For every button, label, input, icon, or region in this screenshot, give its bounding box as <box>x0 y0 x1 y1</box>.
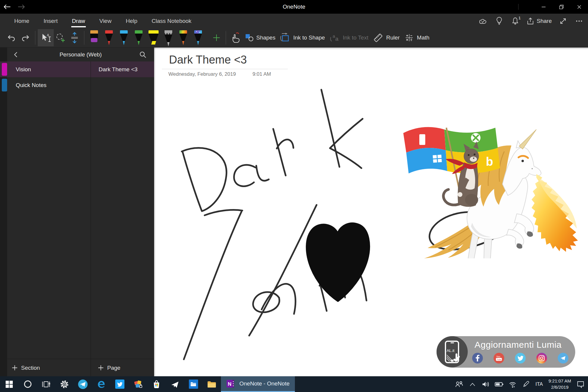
undo-button[interactable] <box>4 29 18 46</box>
tell-me-button[interactable] <box>493 15 506 27</box>
pen-green[interactable] <box>133 29 145 46</box>
toolbar-divider <box>84 31 84 45</box>
cortana-button[interactable] <box>18 376 37 392</box>
shapes-label: Shapes <box>256 34 275 41</box>
task-view-button[interactable] <box>37 376 55 392</box>
edge-button[interactable] <box>92 376 110 392</box>
add-page-button[interactable]: Page <box>98 359 120 377</box>
close-icon <box>577 5 581 9</box>
ink-to-shape-button[interactable]: Ink to Shape <box>278 29 327 46</box>
pen-red[interactable] <box>103 29 115 46</box>
svg-text:A: A <box>47 33 49 37</box>
page-time: 9:01 AM <box>252 71 271 77</box>
ink-to-shape-label: Ink to Shape <box>293 34 325 41</box>
ruler-button[interactable]: Ruler <box>371 29 402 46</box>
twitter-icon <box>115 380 124 389</box>
language-indicator[interactable]: ITA <box>534 381 545 387</box>
notifications-button[interactable]: 1 <box>509 15 522 27</box>
settings-button[interactable] <box>55 376 74 392</box>
fullscreen-button[interactable] <box>557 15 570 27</box>
ink-to-text-button[interactable]: aa Ink to Text <box>327 29 371 46</box>
math-button[interactable]: Math <box>402 29 432 46</box>
draw-with-touch-button[interactable] <box>228 29 243 46</box>
start-button[interactable] <box>0 376 18 392</box>
restore-icon <box>559 5 564 9</box>
close-button[interactable] <box>570 0 588 14</box>
minimize-icon <box>542 7 546 7</box>
plus-icon <box>98 365 104 371</box>
tab-home[interactable]: Home <box>7 14 37 28</box>
sidebar-section-quick-notes[interactable]: Quick Notes <box>0 77 91 93</box>
show-hidden-icons-button[interactable] <box>467 376 478 392</box>
add-section-button[interactable]: Section <box>12 359 40 377</box>
pencil-tool[interactable] <box>162 29 174 46</box>
folder-button[interactable] <box>203 376 221 392</box>
people-button[interactable] <box>453 376 465 392</box>
file-explorer-pinned-button[interactable] <box>184 376 203 392</box>
restore-button[interactable] <box>552 0 570 14</box>
shapes-button[interactable]: Shapes <box>243 29 278 46</box>
pen-galaxy[interactable] <box>192 29 204 46</box>
windows-ink-button[interactable] <box>520 376 532 392</box>
svg-text:Tube: Tube <box>497 358 502 361</box>
phone-label: AL.it <box>447 348 454 353</box>
ruler-icon <box>373 33 383 43</box>
ink-to-text-label: Ink to Text <box>343 34 368 41</box>
twitter-app-button[interactable] <box>110 376 129 392</box>
taskbar: N OneNote - OneNote ITA <box>0 376 588 392</box>
navigation-sidebar: Personale (Web) Vision Quick Notes Dark … <box>0 48 154 376</box>
page-title[interactable]: Dark Theme <3 <box>169 53 247 66</box>
redo-button[interactable] <box>18 29 33 46</box>
insert-space-tool[interactable] <box>67 29 82 46</box>
page-date: Wednesday, February 6, 2019 <box>168 71 236 77</box>
pen-sky-blue[interactable] <box>118 29 130 46</box>
search-button[interactable] <box>136 48 149 61</box>
page-canvas[interactable]: Dark Theme <3 Wednesday, February 6, 201… <box>154 48 588 376</box>
more-options-button[interactable] <box>573 15 586 27</box>
sidebar-section-vision[interactable]: Vision <box>0 61 91 77</box>
select-cursor-icon: A <box>40 33 51 43</box>
clock[interactable]: 9:21:07 AM 2/6/2019 <box>547 378 573 390</box>
volume-button[interactable] <box>480 376 491 392</box>
eraser-tool[interactable] <box>88 29 100 46</box>
tab-class-notebook[interactable]: Class Notebook <box>144 14 198 28</box>
taskbar-active-onenote[interactable]: N OneNote - OneNote <box>221 376 295 392</box>
wifi-button[interactable] <box>507 376 518 392</box>
add-pen-button[interactable] <box>210 29 223 46</box>
ink-heart <box>307 224 369 301</box>
sidebar-column-divider <box>91 61 91 376</box>
plus-icon <box>12 365 18 371</box>
sidebar-page-dark-theme[interactable]: Dark Theme <3 <box>91 61 154 77</box>
tab-draw[interactable]: Draw <box>65 14 92 28</box>
tab-help[interactable]: Help <box>118 14 144 28</box>
notebook-header: Personale (Web) <box>7 48 154 61</box>
aggiornamenti-lumia-watermark: AL.it Aggiornamenti Lumia YouTube <box>437 336 575 368</box>
action-center-icon <box>576 380 585 388</box>
lasso-select-tool[interactable] <box>54 29 67 46</box>
battery-button[interactable] <box>494 376 505 392</box>
notebook-name[interactable]: Personale (Web) <box>7 51 154 58</box>
telegram-desktop-button[interactable] <box>166 376 184 392</box>
share-button[interactable]: Share <box>525 15 554 27</box>
bing-logo: b <box>486 155 493 168</box>
tab-insert[interactable]: Insert <box>37 14 65 28</box>
select-objects-tool[interactable]: A <box>38 29 54 46</box>
notification-badge: 1 <box>519 16 521 20</box>
pen-rainbow[interactable] <box>177 29 189 46</box>
people-icon <box>455 380 463 388</box>
expand-icon <box>559 18 567 25</box>
action-center-button[interactable] <box>575 376 586 392</box>
minimize-button[interactable] <box>535 0 552 14</box>
tab-view[interactable]: View <box>92 14 119 28</box>
svg-text:a: a <box>333 34 335 39</box>
telegram-app-button[interactable] <box>74 376 92 392</box>
clock-time: 9:21:07 AM <box>549 378 571 384</box>
store-button[interactable] <box>147 376 166 392</box>
colorful-app-button[interactable] <box>129 376 147 392</box>
watermark-phone-badge: AL.it <box>437 336 468 367</box>
page-datetime: Wednesday, February 6, 2019 9:01 AM <box>168 71 271 77</box>
ninjacat-unicorn-sticker[interactable]: b <box>398 116 582 258</box>
ruler-label: Ruler <box>386 34 399 41</box>
sync-status-button[interactable] <box>477 15 490 27</box>
highlighter-yellow[interactable] <box>148 29 159 46</box>
